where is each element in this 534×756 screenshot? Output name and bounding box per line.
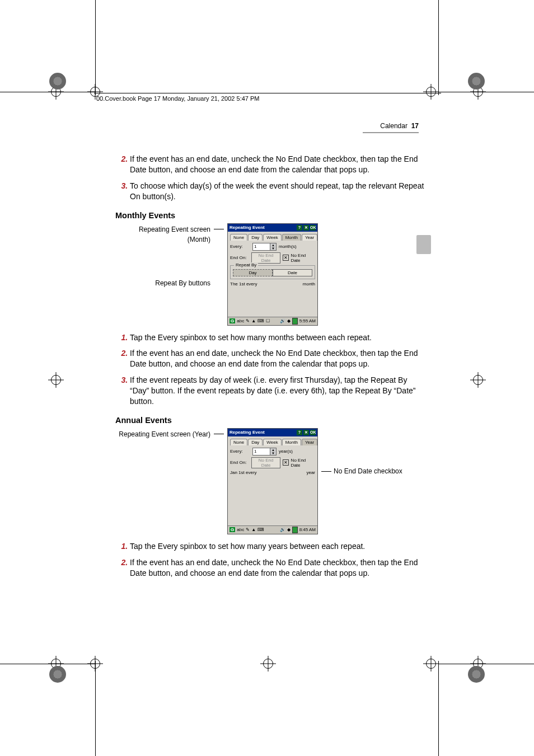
every-spinbox[interactable]: 1 ▲▼ (252, 448, 277, 456)
callout-no-end-date: No End Date checkbox (321, 428, 416, 475)
titlebar-buttons[interactable]: ? ✕ OK (297, 430, 316, 435)
figure-annual: Repeating Event screen (Year) Repeating … (115, 428, 426, 534)
titlebar-buttons[interactable]: ? ✕ OK (297, 225, 316, 231)
every-spinbox[interactable]: 1 ▲▼ (252, 243, 277, 251)
intro-steps: If the event has an end date, uncheck th… (115, 154, 426, 202)
ok-icon[interactable]: OK (310, 430, 316, 435)
keyboard-icon[interactable]: ⌨ (257, 318, 264, 323)
running-head-rule (363, 132, 419, 133)
taskbar: G abc ✎ ▲ ⌨ 🔊 ◆ 8:45 AM (228, 525, 317, 534)
pda-screenshot-year: Repeating Event ? ✕ OK None Day Week Mon… (227, 428, 318, 534)
monthly-steps: Tap the Every spinbox to set how many mo… (115, 332, 426, 407)
no-end-date-checkbox[interactable]: ✕ (283, 255, 289, 261)
crop-mark (87, 656, 103, 672)
section-name: Calendar (380, 122, 407, 130)
every-unit: month(s) (279, 244, 297, 249)
pen-icon[interactable]: ✎ (246, 527, 250, 532)
monthly-step-3: If the event repeats by day of week (i.e… (130, 375, 426, 407)
clock-time: 5:55 AM (299, 318, 316, 323)
heading-monthly: Monthly Events (115, 211, 426, 220)
repeat-by-day-button[interactable]: Day (233, 269, 273, 276)
repeat-by-label: Repeat By (234, 262, 258, 267)
tab-month[interactable]: Month (282, 234, 301, 241)
annual-step-2: If the event has an end date, uncheck th… (130, 557, 426, 579)
header-rule (94, 93, 441, 93)
start-icon[interactable]: G (229, 527, 235, 532)
end-date-button[interactable]: No End Date (251, 252, 280, 264)
spin-arrows-icon[interactable]: ▲▼ (270, 243, 276, 250)
help-icon[interactable]: ? (297, 430, 302, 435)
every-label: Every: (230, 244, 250, 249)
pda-title: Repeating Event (229, 225, 265, 230)
pen-icon[interactable]: ✎ (246, 318, 250, 323)
print-header: 00.Cover.book Page 17 Monday, January 21… (96, 95, 260, 102)
repeat-by-date-button[interactable]: Date (273, 269, 312, 276)
repeat-by-segment[interactable]: Day Date (233, 269, 312, 276)
crop-mark (423, 656, 439, 672)
crop-mark (260, 656, 276, 672)
battery-icon (292, 527, 298, 533)
crop-mark (470, 372, 486, 388)
desc-left: Jan 1st every (230, 470, 257, 475)
crop-ball (468, 666, 485, 683)
step-2: If the event has an end date, uncheck th… (130, 154, 426, 175)
end-label: End On: (230, 255, 249, 260)
taskbar: G abc ✎ ▲ ⌨ ☐ 🔊 ◆ 5:55 AM (228, 317, 317, 325)
pda-screenshot-month: Repeating Event ? ✕ OK None Day Week Mon… (227, 223, 318, 326)
every-unit: year(s) (279, 449, 293, 454)
callout-repeat-by: Repeat By buttons (115, 278, 210, 288)
end-date-button[interactable]: No End Date (251, 457, 280, 468)
sync-icon[interactable]: ◆ (287, 318, 291, 323)
repeat-tabs[interactable]: None Day Week Month Year (230, 439, 315, 445)
volume-icon[interactable]: 🔊 (280, 527, 285, 532)
every-label: Every: (230, 449, 250, 454)
end-label: End On: (230, 460, 249, 465)
desc-left: The 1st every (230, 281, 257, 287)
tab-none[interactable]: None (230, 234, 247, 241)
crop-ball (468, 73, 485, 90)
no-end-date-label: No End Date (291, 253, 315, 263)
start-icon[interactable]: G (229, 318, 235, 323)
tab-year[interactable]: Year (302, 234, 317, 241)
tab-year[interactable]: Year (302, 439, 317, 445)
step-3: To choose which day(s) of the week the e… (130, 181, 426, 202)
every-value[interactable]: 1 (253, 244, 270, 249)
tab-day[interactable]: Day (248, 439, 263, 445)
tab-month[interactable]: Month (282, 439, 301, 445)
running-head: Calendar 17 (380, 122, 419, 130)
sync-icon[interactable]: ◆ (287, 527, 291, 532)
repeat-by-group: Repeat By Day Date (230, 265, 315, 279)
no-end-date-checkbox[interactable]: ✕ (283, 459, 289, 466)
clock-time: 8:45 AM (299, 527, 316, 532)
annual-steps: Tap the Every spinbox to set how many ye… (115, 541, 426, 579)
tab-day[interactable]: Day (248, 234, 263, 241)
page-number: 17 (411, 122, 419, 130)
callout-monthly-screen: Repeating Event screen (Month) (115, 224, 210, 245)
crop-mark (48, 372, 64, 388)
ok-icon[interactable]: OK (310, 225, 316, 231)
close-icon[interactable]: ✕ (303, 430, 309, 435)
annual-step-1: Tap the Every spinbox to set how many ye… (130, 541, 426, 552)
volume-icon[interactable]: 🔊 (280, 318, 285, 323)
repeat-tabs[interactable]: None Day Week Month Year (230, 234, 315, 241)
tab-week[interactable]: Week (263, 439, 281, 445)
heading-annual: Annual Events (115, 416, 426, 425)
tab-week[interactable]: Week (263, 234, 281, 241)
pda-title: Repeating Event (229, 430, 265, 435)
no-end-date-label: No End Date (291, 458, 315, 468)
crop-mark (423, 84, 439, 100)
close-icon[interactable]: ✕ (303, 225, 309, 231)
desc-right: month (303, 281, 315, 287)
monthly-step-2: If the event has an end date, uncheck th… (130, 348, 426, 369)
up-icon[interactable]: ▲ (251, 318, 256, 323)
up-icon[interactable]: ▲ (251, 527, 256, 532)
every-value[interactable]: 1 (253, 449, 270, 454)
sip-abc-icon[interactable]: abc (237, 318, 244, 323)
spin-arrows-icon[interactable]: ▲▼ (270, 448, 276, 455)
keyboard-icon[interactable]: ⌨ (257, 527, 264, 532)
crop-ball (49, 666, 66, 683)
sip-abc-icon[interactable]: abc (237, 527, 244, 532)
note-icon[interactable]: ☐ (266, 318, 270, 323)
help-icon[interactable]: ? (297, 225, 302, 231)
tab-none[interactable]: None (230, 439, 247, 445)
